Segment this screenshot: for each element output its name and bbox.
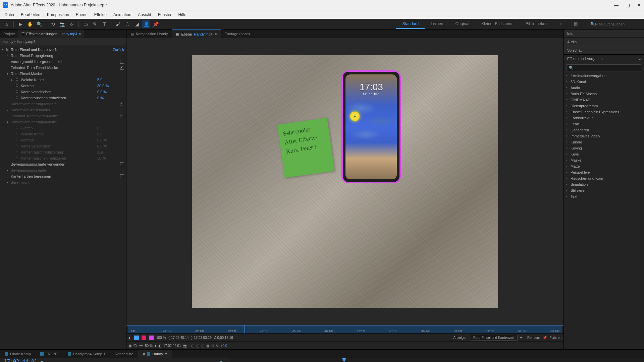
effects-category-item[interactable]: Generieren — [564, 127, 644, 133]
effects-category-item[interactable]: Fehlt — [564, 121, 644, 127]
stopwatch-icon[interactable]: ⏱ — [15, 132, 19, 136]
monitor-icon[interactable]: 🖵 — [133, 344, 137, 348]
effect-property-row[interactable]: Kantenverfeinerung rendern — [0, 101, 126, 107]
timeline-ruler[interactable]: 14f41:14f42:14f43:14f44:14f45:14f46:14f4… — [230, 358, 644, 362]
hand-tool-icon[interactable]: ✋ — [26, 20, 34, 28]
grid-icon[interactable]: ▦ — [128, 344, 131, 348]
zoom-dropdown[interactable]: 50 % — [145, 344, 153, 348]
effects-category-item[interactable]: Dienstprogramm — [564, 103, 644, 109]
property-value[interactable]: 50 % — [97, 156, 124, 160]
text-tool-icon[interactable]: T — [100, 20, 108, 28]
menu-hilfe[interactable]: Hilfe — [175, 11, 190, 18]
property-value[interactable]: 0 % — [97, 96, 124, 100]
shape-tool-icon[interactable]: ▭ — [82, 20, 90, 28]
minimize-button[interactable]: — — [614, 3, 619, 7]
stopwatch-icon[interactable]: ⏱ — [15, 126, 19, 130]
panel-vorschau[interactable]: Vorschau — [564, 46, 644, 55]
effect-property-row[interactable]: ▸Roto-Pinsel-Propagierung — [0, 53, 126, 59]
rotate-tool-icon[interactable]: ⟲ — [49, 20, 57, 28]
puppet-tool-icon[interactable]: 📌 — [152, 20, 160, 28]
viewer-tab-komposition[interactable]: ▦Komposition Handy — [126, 29, 172, 38]
effect-property-row[interactable]: Feinabst. Roto-Pinsel-Maske — [0, 65, 126, 71]
workspace-bibliotheken[interactable]: Bibliotheken — [520, 19, 553, 29]
comp-tab[interactable]: Finale Komp — [0, 350, 36, 358]
close-button[interactable]: ✕ — [637, 3, 641, 7]
effect-property-row[interactable]: ⏱Kantenrauschen reduzieren0 % — [0, 95, 126, 101]
brush-tool-icon[interactable]: 🖌 — [114, 20, 122, 28]
property-value[interactable]: 5,0 — [97, 78, 124, 82]
menu-bearbeiten[interactable]: Bearbeiten — [17, 11, 44, 18]
viewer-tab-footage[interactable]: Footage (ohne) — [221, 29, 254, 38]
menu-datei[interactable]: Datei — [1, 11, 17, 18]
property-value[interactable]: 0,0 % — [97, 144, 124, 148]
channel-b-icon[interactable]: ▢ — [196, 344, 199, 348]
transparency-icon[interactable]: ▦ — [206, 344, 209, 348]
property-value[interactable]: 0,0 — [97, 132, 124, 136]
workspace-edit-icon[interactable]: ▦ — [568, 19, 584, 29]
effect-property-row[interactable]: ▾Roto-Pinsel-Maske — [0, 71, 126, 77]
effects-category-item[interactable]: 3D-Kanal — [564, 79, 644, 85]
home-icon[interactable]: ⌂ — [3, 20, 11, 28]
workspace-standard[interactable]: Standard — [396, 19, 425, 29]
brush-percent[interactable]: 100 % — [156, 336, 166, 340]
menu-effekte[interactable]: Effekte — [91, 11, 110, 18]
menu-ansicht[interactable]: Ansicht — [135, 11, 154, 18]
effect-property-row[interactable]: ⏱Kante verschieben0,0 % — [0, 143, 126, 149]
tab-projekt[interactable]: Projekt — [0, 29, 18, 38]
menu-ebene[interactable]: Ebene — [72, 11, 91, 18]
roto-brush-tool-icon[interactable]: 👤 — [142, 20, 150, 28]
effect-property-row[interactable]: ⏱Kante verschieben0,0 % — [0, 89, 126, 95]
region-icon[interactable]: ⊡ — [211, 344, 214, 348]
property-checkbox[interactable] — [120, 60, 124, 64]
fg-color-icon[interactable] — [134, 336, 139, 340]
panel-effekte-vorgaben[interactable]: Effekte und Vorgaben ≡ — [564, 55, 644, 63]
panel-menu-icon[interactable]: ≡ — [639, 57, 641, 61]
effect-reset-link[interactable]: Zurück — [113, 48, 124, 52]
out-time[interactable]: 17:02:53:29 — [194, 336, 212, 340]
property-checkbox[interactable] — [120, 174, 124, 178]
property-checkbox[interactable] — [120, 66, 124, 70]
effect-property-row[interactable]: ▸Bereinigung — [0, 179, 126, 185]
effects-search[interactable]: 🔍 — [567, 64, 641, 71]
workspace-original[interactable]: Original — [449, 19, 475, 29]
effects-category-item[interactable]: Farbkorrektur — [564, 115, 644, 121]
viewer-tab-ebene[interactable]: ▦Ebene Handy.mp4≡ — [172, 29, 221, 38]
menu-fenster[interactable]: Fenster — [155, 11, 175, 18]
refresh-icon[interactable]: ↻ — [216, 344, 219, 348]
fx-badge-icon[interactable]: fx — [6, 48, 11, 52]
in-time[interactable]: 17:02:40:14 — [171, 336, 189, 340]
effect-property-row[interactable]: ▸⏱Weiche Kante5,0 — [0, 77, 126, 83]
panel-audio[interactable]: Audio — [564, 38, 644, 46]
comp-tab[interactable]: FRONT — [36, 350, 63, 358]
res-icon[interactable]: ◧ — [158, 344, 161, 348]
stopwatch-icon[interactable]: ⏱ — [15, 84, 19, 88]
selection-tool-icon[interactable]: ▶ — [16, 20, 24, 28]
stroke-color-icon[interactable] — [149, 336, 154, 340]
bg-color-icon[interactable] — [142, 336, 146, 340]
workspace-more-icon[interactable]: » — [553, 19, 568, 29]
effect-property-row[interactable]: Feinabst. Kantenverf.-Maske — [0, 113, 126, 119]
effects-category-item[interactable]: Keys — [564, 151, 644, 157]
comp-tab[interactable]: × Handy ≡ — [138, 350, 172, 358]
mini-playhead[interactable] — [245, 325, 245, 334]
effects-category-item[interactable]: Simulation — [564, 181, 644, 187]
effect-property-row[interactable]: ⏱Kantenrauschen reduzieren50 % — [0, 155, 126, 161]
property-value[interactable]: 0,0 % — [97, 138, 124, 142]
channel-g-icon[interactable]: ▢ — [191, 344, 194, 348]
stopwatch-icon[interactable]: ⏱ — [15, 144, 19, 148]
anchor-tool-icon[interactable]: ⊹ — [68, 20, 76, 28]
comp-tab[interactable]: Renderliste — [110, 350, 138, 358]
snapshot-icon[interactable]: 📷 — [183, 344, 187, 348]
stopwatch-icon[interactable]: ⏱ — [15, 90, 19, 94]
eraser-tool-icon[interactable]: ◢ — [133, 20, 141, 28]
effects-category-item[interactable]: * Animationsvorgaben — [564, 73, 644, 79]
effects-category-item[interactable]: Perspektive — [564, 169, 644, 175]
maximize-button[interactable]: ▢ — [625, 3, 630, 7]
tab-effekteinstellungen[interactable]: ☰ Effekteinstellungen Handy.mp4 ≡ — [18, 29, 84, 38]
property-value[interactable]: 0 — [97, 126, 124, 130]
stopwatch-icon[interactable]: ⏱ — [15, 150, 19, 154]
mask-icon[interactable]: 👓 — [139, 344, 143, 348]
effects-category-item[interactable]: Maske — [564, 157, 644, 163]
property-checkbox[interactable] — [120, 114, 124, 118]
effect-property-row[interactable]: ⏱Weiche Kante0,0 — [0, 131, 126, 137]
